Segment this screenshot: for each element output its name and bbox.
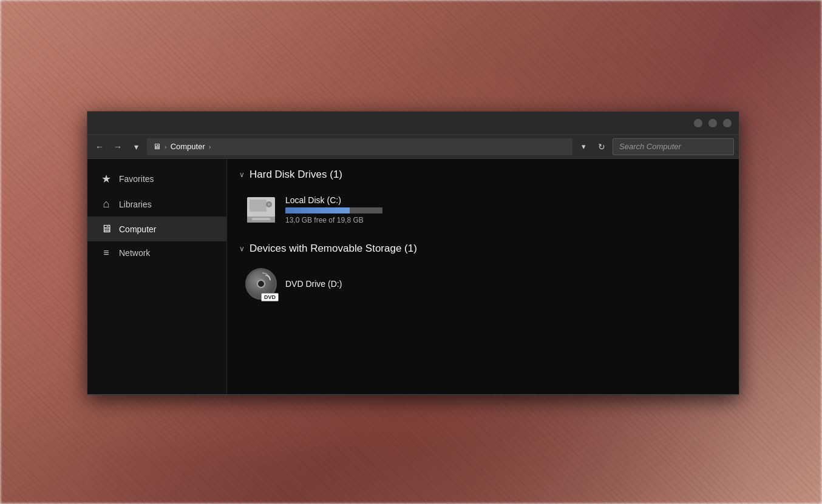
address-path[interactable]: 🖥 › Computer › xyxy=(147,138,572,155)
dvd-drive-name: DVD Drive (D:) xyxy=(285,279,342,289)
content-area: ★ Favorites ⌂ Libraries 🖥 Computer ≡ Net… xyxy=(87,159,739,394)
favorites-icon: ★ xyxy=(100,172,113,186)
close-button[interactable] xyxy=(723,119,732,127)
main-panel: ∨ Hard Disk Drives (1) xyxy=(227,159,739,394)
minimize-button[interactable] xyxy=(694,119,702,127)
removable-storage-header: ∨ Devices with Removable Storage (1) xyxy=(239,243,727,255)
hdd-icon-wrap xyxy=(245,194,277,226)
sidebar: ★ Favorites ⌂ Libraries 🖥 Computer ≡ Net… xyxy=(87,159,227,394)
path-separator-1: › xyxy=(165,143,167,150)
disk-usage-fill xyxy=(285,207,350,213)
maximize-button[interactable] xyxy=(708,119,717,127)
titlebar xyxy=(87,112,739,135)
hdd-icon xyxy=(246,196,276,224)
local-disk-info: Local Disk (C:) 13,0 GB free of 19,8 GB xyxy=(285,195,382,224)
addressbar: ← → ▾ 🖥 › Computer › ▾ ↻ xyxy=(87,135,739,159)
forward-button[interactable]: → xyxy=(110,139,125,154)
explorer-window: ← → ▾ 🖥 › Computer › ▾ ↻ ★ Favorites ⌂ L… xyxy=(87,111,739,395)
chevron-down-icon-2: ∨ xyxy=(239,244,245,253)
dvd-label-badge: DVD xyxy=(261,293,279,301)
sidebar-computer-label: Computer xyxy=(119,224,156,234)
removable-storage-title: Devices with Removable Storage (1) xyxy=(250,243,417,255)
computer-icon: 🖥 xyxy=(153,142,161,151)
local-disk-space: 13,0 GB free of 19,8 GB xyxy=(285,216,382,224)
disk-usage-bar xyxy=(285,207,382,213)
sidebar-libraries-label: Libraries xyxy=(119,200,152,209)
chevron-down-icon: ∨ xyxy=(239,170,245,179)
sidebar-network-label: Network xyxy=(119,248,150,258)
dvd-drive-info: DVD Drive (D:) xyxy=(285,279,342,289)
local-disk-name: Local Disk (C:) xyxy=(285,195,382,205)
libraries-icon: ⌂ xyxy=(100,198,113,210)
address-dropdown-button[interactable]: ▾ xyxy=(576,139,591,154)
dvd-disc-icon: DVD xyxy=(245,268,277,300)
removable-storage-section: ∨ Devices with Removable Storage (1) DV xyxy=(239,243,727,304)
search-input[interactable] xyxy=(613,138,734,155)
hard-disk-header: ∨ Hard Disk Drives (1) xyxy=(239,169,727,181)
computer-sidebar-icon: 🖥 xyxy=(100,223,113,235)
local-disk-c-item[interactable]: Local Disk (C:) 13,0 GB free of 19,8 GB xyxy=(239,189,727,230)
dvd-icon-wrap: DVD xyxy=(245,268,277,300)
back-button[interactable]: ← xyxy=(92,139,107,154)
sidebar-favorites-label: Favorites xyxy=(119,174,154,184)
svg-rect-5 xyxy=(252,218,270,220)
signal-arcs xyxy=(259,272,273,283)
svg-point-4 xyxy=(268,203,270,206)
sidebar-item-computer[interactable]: 🖥 Computer xyxy=(87,217,226,241)
hard-disk-title: Hard Disk Drives (1) xyxy=(250,169,342,181)
sidebar-item-libraries[interactable]: ⌂ Libraries xyxy=(87,192,226,217)
svg-rect-2 xyxy=(250,200,267,212)
sidebar-item-network[interactable]: ≡ Network xyxy=(87,241,226,264)
dvd-drive-item[interactable]: DVD DVD Drive (D:) xyxy=(239,263,727,304)
hard-disk-section: ∨ Hard Disk Drives (1) xyxy=(239,169,727,230)
network-icon: ≡ xyxy=(100,247,113,258)
dropdown-arrow-button[interactable]: ▾ xyxy=(129,139,143,154)
sidebar-item-favorites[interactable]: ★ Favorites xyxy=(87,166,226,192)
path-computer: Computer xyxy=(171,142,205,151)
path-separator-2: › xyxy=(209,143,211,150)
refresh-button[interactable]: ↻ xyxy=(594,139,609,154)
